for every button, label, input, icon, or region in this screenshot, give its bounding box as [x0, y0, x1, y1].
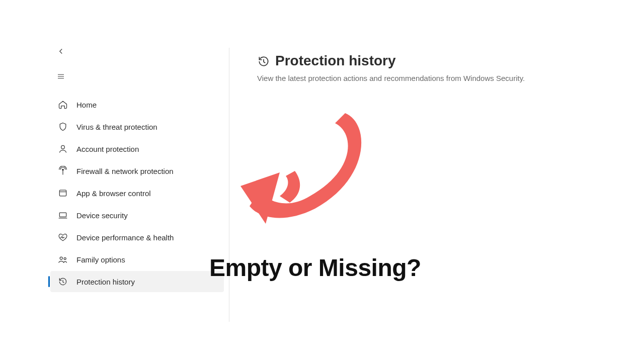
svg-rect-2	[59, 190, 66, 196]
shield-icon	[57, 121, 68, 132]
sidebar-item-device-security[interactable]: Device security	[50, 205, 224, 226]
sidebar-item-family-options[interactable]: Family options	[50, 249, 224, 270]
svg-point-4	[60, 257, 62, 259]
main-content: Protection history View the latest prote…	[229, 43, 609, 362]
page-header: Protection history	[257, 53, 609, 69]
sidebar-item-label: Home	[76, 101, 97, 109]
svg-point-0	[61, 145, 65, 149]
svg-point-5	[64, 257, 66, 259]
laptop-icon	[57, 210, 68, 221]
sidebar-item-label: Account protection	[76, 145, 139, 153]
svg-rect-3	[59, 213, 66, 217]
sidebar-item-virus-threat[interactable]: Virus & threat protection	[50, 116, 224, 137]
top-controls	[50, 43, 224, 85]
sidebar-item-firewall[interactable]: Firewall & network protection	[50, 160, 224, 182]
sidebar-item-account-protection[interactable]: Account protection	[50, 138, 224, 159]
annotation-caption: Empty or Missing?	[209, 254, 421, 282]
heart-pulse-icon	[57, 232, 68, 243]
sidebar-item-label: Family options	[76, 255, 125, 264]
menu-icon	[55, 71, 66, 82]
annotation-arrow-icon	[229, 93, 380, 244]
back-button[interactable]	[52, 43, 69, 60]
person-icon	[57, 143, 68, 154]
sidebar-item-label: Virus & threat protection	[76, 123, 157, 131]
history-icon	[257, 55, 270, 68]
hamburger-button[interactable]	[52, 68, 69, 85]
home-icon	[57, 99, 68, 110]
sidebar-item-device-performance[interactable]: Device performance & health	[50, 227, 224, 248]
page-subtitle: View the latest protection actions and r…	[257, 74, 609, 82]
sidebar-item-protection-history[interactable]: Protection history	[50, 271, 224, 292]
sidebar: Home Virus & threat protection Account p…	[50, 43, 224, 362]
sidebar-item-app-browser[interactable]: App & browser control	[50, 183, 224, 204]
window-icon	[57, 188, 68, 199]
antenna-icon	[57, 165, 68, 176]
sidebar-item-label: Device performance & health	[76, 233, 174, 242]
sidebar-item-label: Firewall & network protection	[76, 167, 174, 175]
sidebar-item-home[interactable]: Home	[50, 94, 224, 115]
back-arrow-icon	[55, 46, 66, 57]
page-title: Protection history	[275, 53, 396, 69]
sidebar-item-label: Protection history	[76, 278, 135, 286]
nav-list: Home Virus & threat protection Account p…	[50, 94, 224, 292]
windows-security-app: Home Virus & threat protection Account p…	[0, 0, 644, 362]
people-icon	[57, 254, 68, 265]
sidebar-item-label: App & browser control	[76, 189, 151, 198]
sidebar-item-label: Device security	[76, 211, 128, 220]
history-icon	[57, 276, 68, 287]
